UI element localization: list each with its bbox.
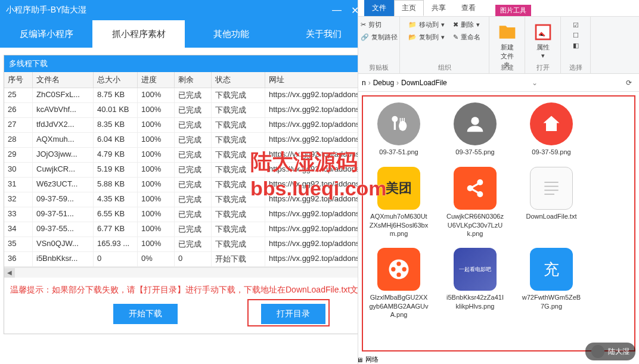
cell-prog: 100% [138,178,175,192]
file-item[interactable]: GlzxlMbaBgGU2XXgyb6AMBG2AAGUvA.png [369,248,429,318]
avatar-icon [591,345,604,358]
file-thumb-icon [530,167,573,210]
cell-remain: 已完成 [175,163,212,177]
file-thumb-icon: 一起看电影吧 [454,248,497,291]
properties-icon [533,23,553,42]
cell-status: 下载完成 [212,133,265,147]
file-name: GlzxlMbaBgGU2XXgyb6AMBG2AAGUvA.png [369,293,429,318]
crumb-dropdown-icon[interactable]: ⌄ [532,79,538,87]
cell-name: W6z3UCT... [33,178,94,192]
cell-seq: 26 [4,103,33,117]
rename-icon: ✎ [453,33,458,41]
cell-status: 下载完成 [212,222,265,237]
cell-seq: 30 [4,163,33,177]
cell-status: 开始下载 [212,252,265,266]
rename-button[interactable]: ✎重命名 [451,32,483,43]
cell-prog: 100% [138,207,175,222]
copy-to-button[interactable]: 📂复制到▾ [406,32,447,43]
file-item[interactable]: 美团AQXmuh7oM630UtZXsMHj6HSosl63bxm.png [369,167,429,237]
col-name-header[interactable]: 文件名 [33,72,94,88]
file-item[interactable]: 09-37-59.png [522,102,581,156]
invert-select-icon[interactable]: ◧ [573,42,579,49]
file-item[interactable]: 一起看电影吧i5BnbKksr42zZa41IklikpHlvs.png [445,248,505,318]
svg-point-15 [402,267,407,272]
network-status: 🖥 网络 [356,355,379,364]
file-thumb-icon: 充 [530,248,573,291]
open-folder-button[interactable]: 打开目录 [261,304,325,324]
cell-prog: 100% [138,163,175,177]
properties-button[interactable]: 属性▾ [530,19,556,61]
tab-other[interactable]: 其他功能 [185,20,277,48]
cell-name: kcAVbVhf... [33,103,94,117]
cell-remain: 已完成 [175,222,212,237]
col-seq-header[interactable]: 序号 [4,72,33,88]
file-item[interactable]: 充w72FwthWGm5ZeB7G.png [522,248,581,318]
cell-remain: 已完成 [175,118,212,132]
tab-about[interactable]: 关于我们 [277,20,370,48]
cell-seq: 31 [4,178,33,192]
cell-prog: 100% [138,222,175,237]
file-item[interactable]: CuwjkCR66N0306zU6VLKpC30v7LzUk.png [445,167,505,237]
scroll-left-icon[interactable]: ◀ [4,268,15,278]
cell-size: 40.01 KB [94,103,138,117]
copy-path-button[interactable]: 🔗复制路径 [358,32,400,43]
main-title: 小程序助手-BY陆大湿 [6,5,86,15]
file-name: DownLoadFile.txt [522,212,581,220]
select-all-icon[interactable]: ☑ [573,21,579,29]
delete-button[interactable]: ✖删除▾ [451,19,483,30]
file-item[interactable]: 09-37-55.png [445,102,505,156]
cell-remain: 已完成 [175,103,212,117]
cell-status: 下载完成 [212,163,265,177]
menu-share[interactable]: 共享 [424,0,454,16]
file-thumb-icon [377,248,420,291]
tab-decompile[interactable]: 反编译小程序 [0,20,92,48]
col-size-header[interactable]: 总大小 [94,72,138,88]
cell-seq: 36 [4,252,33,266]
file-grid[interactable]: 09-37-51.png09-37-55.png09-37-59.png美团AQ… [362,95,635,351]
cell-seq: 27 [4,118,33,132]
svg-rect-2 [394,121,396,130]
select-none-icon[interactable]: ☐ [573,32,579,39]
breadcrumb[interactable]: n › Debug › DownLoadFile ⌄ ⟳ [358,74,639,92]
cell-size: 8.75 KB [94,88,138,102]
cell-prog: 100% [138,237,175,251]
file-name: i5BnbKksr42zZa41IklikpHlvs.png [445,293,505,310]
refresh-icon[interactable]: ⟳ [622,79,635,87]
cell-size: 6.77 KB [94,222,138,237]
chevron-down-icon: ▾ [476,21,480,29]
crumb-0[interactable]: n [362,79,366,87]
chat-badge[interactable]: 陆大湿 [585,343,635,360]
cell-prog: 100% [138,103,175,117]
menu-view[interactable]: 查看 [454,0,483,16]
move-to-button[interactable]: 📁移动到▾ [406,19,447,30]
file-name: w72FwthWGm5ZeB7G.png [522,293,581,310]
menu-pic-tools[interactable]: 图片工具 [495,5,531,16]
cell-remain: 0 [175,252,212,266]
svg-rect-0 [536,25,550,39]
crumb-sep-icon: › [396,79,399,87]
col-progress-header[interactable]: 进度 [138,72,175,88]
col-status-header[interactable]: 状态 [212,72,265,88]
cell-status: 下载完成 [212,103,265,117]
cell-size: 5.19 KB [94,163,138,177]
file-item[interactable]: DownLoadFile.txt [522,167,581,237]
col-remain-header[interactable]: 剩余 [175,72,212,88]
copyto-icon: 📂 [408,33,417,41]
svg-point-16 [396,273,401,277]
crumb-1[interactable]: Debug [373,79,394,87]
main-titlebar[interactable]: 小程序助手-BY陆大湿 — ✕ [0,0,370,20]
cut-button[interactable]: ✂剪切 [358,19,400,30]
menu-file[interactable]: 文件 [364,0,394,16]
crumb-2[interactable]: DownLoadFile [401,79,447,87]
start-download-button[interactable]: 开始下载 [113,304,178,324]
file-item[interactable]: 09-37-51.png [369,102,429,156]
tab-grab-assets[interactable]: 抓小程序素材 [92,20,185,48]
minimize-icon[interactable]: — [328,5,346,15]
file-thumb-icon [377,102,420,145]
file-name: CuwjkCR66N0306zU6VLKpC30v7LzUk.png [445,212,505,237]
menu-home[interactable]: 主页 [394,0,424,16]
ribbon: ✂剪切 🔗复制路径 剪贴板 📁移动到▾ 📂复制到▾ ✖删除▾ ✎重命名 组织 [358,17,639,74]
cell-seq: 25 [4,88,33,102]
cell-name: CuwjkCR... [33,163,94,177]
cell-remain: 已完成 [175,237,212,251]
